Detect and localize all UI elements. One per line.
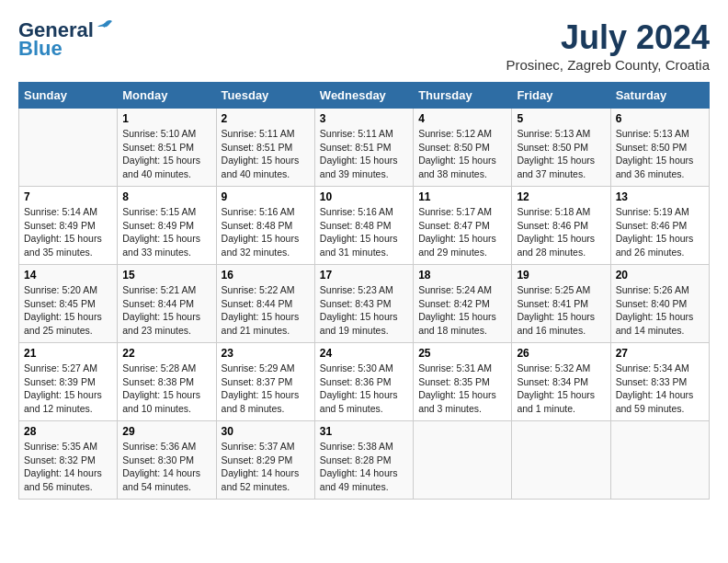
day-info: Sunrise: 5:32 AM Sunset: 8:34 PM Dayligh… (517, 362, 605, 416)
day-info: Sunrise: 5:11 AM Sunset: 8:51 PM Dayligh… (222, 127, 310, 181)
day-info: Sunrise: 5:17 AM Sunset: 8:47 PM Dayligh… (418, 205, 506, 259)
calendar-cell (610, 421, 709, 500)
weekday-header-monday: Monday (118, 83, 216, 109)
day-info: Sunrise: 5:34 AM Sunset: 8:33 PM Dayligh… (616, 362, 704, 416)
logo: General Blue (18, 18, 116, 61)
calendar-cell (19, 109, 118, 187)
day-number: 22 (122, 347, 210, 360)
day-number: 25 (418, 347, 506, 360)
calendar-cell: 8Sunrise: 5:15 AM Sunset: 8:49 PM Daylig… (118, 187, 216, 265)
day-info: Sunrise: 5:19 AM Sunset: 8:46 PM Dayligh… (616, 205, 704, 259)
calendar-cell: 14Sunrise: 5:20 AM Sunset: 8:45 PM Dayli… (19, 265, 118, 343)
weekday-header-sunday: Sunday (19, 83, 118, 109)
day-number: 12 (517, 190, 605, 203)
calendar-cell: 10Sunrise: 5:16 AM Sunset: 8:48 PM Dayli… (314, 187, 413, 265)
calendar-cell: 3Sunrise: 5:11 AM Sunset: 8:51 PM Daylig… (314, 109, 413, 187)
calendar-cell: 20Sunrise: 5:26 AM Sunset: 8:40 PM Dayli… (610, 265, 709, 343)
day-number: 9 (222, 190, 310, 203)
calendar-cell: 6Sunrise: 5:13 AM Sunset: 8:50 PM Daylig… (610, 109, 709, 187)
day-number: 15 (122, 269, 210, 282)
weekday-header-wednesday: Wednesday (314, 83, 413, 109)
day-number: 6 (616, 112, 704, 125)
day-number: 21 (24, 347, 112, 360)
day-info: Sunrise: 5:29 AM Sunset: 8:37 PM Dayligh… (222, 362, 310, 416)
day-info: Sunrise: 5:24 AM Sunset: 8:42 PM Dayligh… (418, 283, 506, 338)
day-info: Sunrise: 5:21 AM Sunset: 8:44 PM Dayligh… (122, 283, 210, 338)
calendar-cell: 31Sunrise: 5:38 AM Sunset: 8:28 PM Dayli… (314, 421, 413, 500)
day-number: 16 (222, 269, 310, 282)
calendar-cell: 16Sunrise: 5:22 AM Sunset: 8:44 PM Dayli… (216, 265, 314, 343)
calendar-cell: 25Sunrise: 5:31 AM Sunset: 8:35 PM Dayli… (414, 343, 512, 421)
calendar-cell: 24Sunrise: 5:30 AM Sunset: 8:36 PM Dayli… (314, 343, 413, 421)
day-number: 14 (24, 269, 112, 282)
calendar-table: SundayMondayTuesdayWednesdayThursdayFrid… (18, 82, 710, 500)
day-info: Sunrise: 5:11 AM Sunset: 8:51 PM Dayligh… (320, 127, 408, 181)
calendar-cell: 18Sunrise: 5:24 AM Sunset: 8:42 PM Dayli… (414, 265, 512, 343)
calendar-cell: 2Sunrise: 5:11 AM Sunset: 8:51 PM Daylig… (216, 109, 314, 187)
weekday-header-thursday: Thursday (414, 83, 512, 109)
day-number: 20 (616, 269, 704, 282)
day-number: 29 (122, 425, 210, 438)
day-info: Sunrise: 5:20 AM Sunset: 8:45 PM Dayligh… (24, 283, 112, 338)
day-info: Sunrise: 5:36 AM Sunset: 8:30 PM Dayligh… (122, 440, 210, 494)
day-number: 31 (320, 425, 408, 438)
day-info: Sunrise: 5:14 AM Sunset: 8:49 PM Dayligh… (24, 205, 112, 259)
day-number: 3 (320, 112, 408, 125)
calendar-cell: 9Sunrise: 5:16 AM Sunset: 8:48 PM Daylig… (216, 187, 314, 265)
calendar-cell (512, 421, 610, 500)
day-number: 5 (517, 112, 605, 125)
week-row-4: 21Sunrise: 5:27 AM Sunset: 8:39 PM Dayli… (19, 343, 710, 421)
day-info: Sunrise: 5:16 AM Sunset: 8:48 PM Dayligh… (222, 205, 310, 259)
calendar-cell: 30Sunrise: 5:37 AM Sunset: 8:29 PM Dayli… (216, 421, 314, 500)
title-area: July 2024 Prosinec, Zagreb County, Croat… (506, 18, 711, 73)
calendar-cell: 12Sunrise: 5:18 AM Sunset: 8:46 PM Dayli… (512, 187, 610, 265)
calendar-cell (414, 421, 512, 500)
calendar-cell: 28Sunrise: 5:35 AM Sunset: 8:32 PM Dayli… (19, 421, 118, 500)
calendar-cell: 4Sunrise: 5:12 AM Sunset: 8:50 PM Daylig… (414, 109, 512, 187)
day-info: Sunrise: 5:35 AM Sunset: 8:32 PM Dayligh… (24, 440, 112, 494)
day-number: 17 (320, 269, 408, 282)
calendar-cell: 5Sunrise: 5:13 AM Sunset: 8:50 PM Daylig… (512, 109, 610, 187)
day-info: Sunrise: 5:28 AM Sunset: 8:38 PM Dayligh… (122, 362, 210, 416)
location: Prosinec, Zagreb County, Croatia (506, 57, 711, 73)
calendar-cell: 22Sunrise: 5:28 AM Sunset: 8:38 PM Dayli… (118, 343, 216, 421)
calendar-cell: 13Sunrise: 5:19 AM Sunset: 8:46 PM Dayli… (610, 187, 709, 265)
day-info: Sunrise: 5:23 AM Sunset: 8:43 PM Dayligh… (320, 283, 408, 338)
day-number: 18 (418, 269, 506, 282)
day-info: Sunrise: 5:12 AM Sunset: 8:50 PM Dayligh… (418, 127, 506, 181)
day-number: 8 (122, 190, 210, 203)
day-number: 13 (616, 190, 704, 203)
calendar-cell: 21Sunrise: 5:27 AM Sunset: 8:39 PM Dayli… (19, 343, 118, 421)
calendar-cell: 19Sunrise: 5:25 AM Sunset: 8:41 PM Dayli… (512, 265, 610, 343)
day-number: 1 (122, 112, 210, 125)
day-number: 30 (222, 425, 310, 438)
day-info: Sunrise: 5:26 AM Sunset: 8:40 PM Dayligh… (616, 283, 704, 338)
week-row-3: 14Sunrise: 5:20 AM Sunset: 8:45 PM Dayli… (19, 265, 710, 343)
calendar-cell: 7Sunrise: 5:14 AM Sunset: 8:49 PM Daylig… (19, 187, 118, 265)
calendar-cell: 17Sunrise: 5:23 AM Sunset: 8:43 PM Dayli… (314, 265, 413, 343)
day-info: Sunrise: 5:31 AM Sunset: 8:35 PM Dayligh… (418, 362, 506, 416)
calendar-cell: 23Sunrise: 5:29 AM Sunset: 8:37 PM Dayli… (216, 343, 314, 421)
day-info: Sunrise: 5:22 AM Sunset: 8:44 PM Dayligh… (222, 283, 310, 338)
calendar-cell: 29Sunrise: 5:36 AM Sunset: 8:30 PM Dayli… (118, 421, 216, 500)
day-info: Sunrise: 5:25 AM Sunset: 8:41 PM Dayligh… (517, 283, 605, 338)
day-info: Sunrise: 5:16 AM Sunset: 8:48 PM Dayligh… (320, 205, 408, 259)
day-number: 28 (24, 425, 112, 438)
day-number: 19 (517, 269, 605, 282)
calendar-cell: 1Sunrise: 5:10 AM Sunset: 8:51 PM Daylig… (118, 109, 216, 187)
weekday-header-friday: Friday (512, 83, 610, 109)
calendar-cell: 26Sunrise: 5:32 AM Sunset: 8:34 PM Dayli… (512, 343, 610, 421)
page-header: General Blue July 2024 Prosinec, Zagreb … (18, 18, 710, 73)
day-info: Sunrise: 5:10 AM Sunset: 8:51 PM Dayligh… (122, 127, 210, 181)
logo-blue-text: Blue (18, 37, 63, 61)
day-info: Sunrise: 5:18 AM Sunset: 8:46 PM Dayligh… (517, 205, 605, 259)
week-row-5: 28Sunrise: 5:35 AM Sunset: 8:32 PM Dayli… (19, 421, 710, 500)
day-info: Sunrise: 5:13 AM Sunset: 8:50 PM Dayligh… (517, 127, 605, 181)
weekday-header-row: SundayMondayTuesdayWednesdayThursdayFrid… (19, 83, 710, 109)
week-row-2: 7Sunrise: 5:14 AM Sunset: 8:49 PM Daylig… (19, 187, 710, 265)
day-number: 26 (517, 347, 605, 360)
calendar-cell: 15Sunrise: 5:21 AM Sunset: 8:44 PM Dayli… (118, 265, 216, 343)
day-number: 2 (222, 112, 310, 125)
day-info: Sunrise: 5:38 AM Sunset: 8:28 PM Dayligh… (320, 440, 408, 494)
logo-bird-icon (96, 19, 116, 38)
